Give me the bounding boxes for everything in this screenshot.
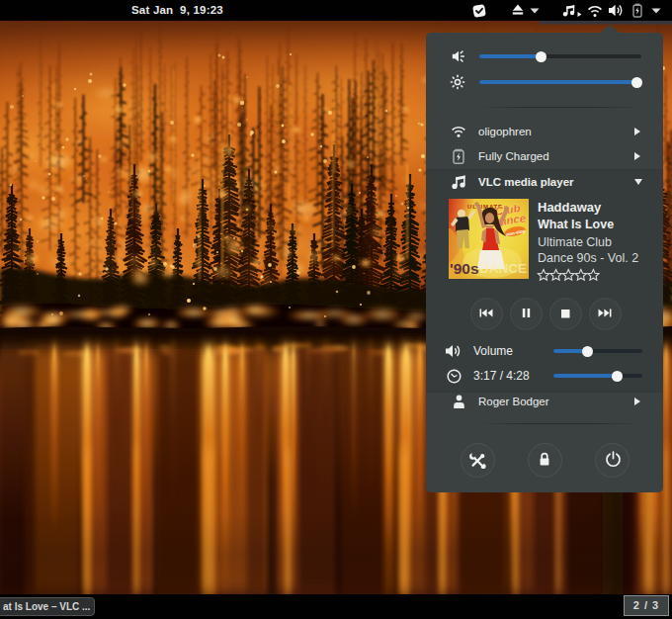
svg-text:DANCE: DANCE: [479, 261, 527, 276]
svg-text:'90s: '90s: [450, 260, 479, 277]
